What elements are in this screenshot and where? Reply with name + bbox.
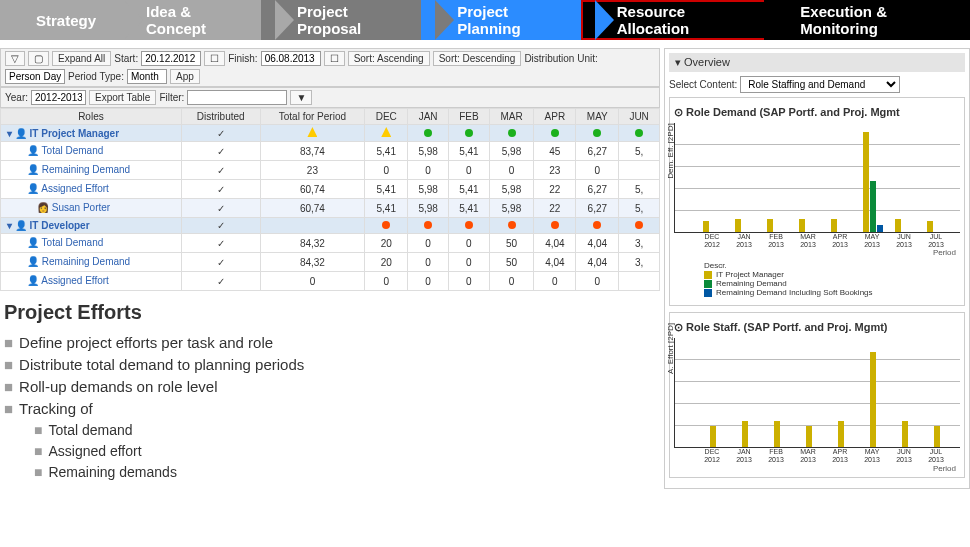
- table-row[interactable]: 👤 Remaining Demand84,322000504,044,043,: [1, 253, 660, 272]
- period-type-input[interactable]: [127, 69, 167, 84]
- overview-header[interactable]: ▾ Overview: [669, 53, 965, 72]
- filter-icon[interactable]: ▼: [290, 90, 312, 105]
- table-row[interactable]: 👩 Susan Porter60,745,415,985,415,98226,2…: [1, 199, 660, 218]
- table-row[interactable]: ▾ 👤 IT Project Manager: [1, 125, 660, 142]
- calendar-icon[interactable]: ☐: [324, 51, 345, 66]
- process-breadcrumb: StrategyIdea & ConceptProject ProposalPr…: [0, 0, 970, 40]
- column-header: Roles: [1, 109, 182, 125]
- toolbar-row-2: Year: Export Table Filter: ▼: [0, 87, 660, 108]
- column-header: APR: [534, 109, 576, 125]
- bullet-sub-item: Total demand: [4, 422, 656, 438]
- start-label: Start:: [114, 53, 138, 64]
- period-type-label: Period Type:: [68, 71, 124, 82]
- column-header: Total for Period: [260, 109, 365, 125]
- breadcrumb-step[interactable]: Strategy: [0, 0, 124, 40]
- year-label: Year:: [5, 92, 28, 103]
- column-header: FEB: [449, 109, 490, 125]
- select-content-label: Select Content:: [669, 79, 737, 90]
- bullet-item: Roll-up demands on role level: [4, 378, 656, 395]
- filter-label: Filter:: [159, 92, 184, 103]
- column-header: MAR: [489, 109, 533, 125]
- column-header: JAN: [408, 109, 449, 125]
- column-header: DEC: [365, 109, 408, 125]
- select-content-dropdown[interactable]: Role Staffing and Demand: [740, 76, 900, 93]
- toolbar-row-1: ▽ ▢ Expand All Start: ☐ Finish: ☐ Sort: …: [0, 48, 660, 87]
- dist-unit-input[interactable]: [5, 69, 65, 84]
- export-button[interactable]: Export Table: [89, 90, 156, 105]
- expand-all-button[interactable]: Expand All: [52, 51, 111, 66]
- collapse-icon[interactable]: ▽: [5, 51, 25, 66]
- chart-panel: ⊙ Role Demand (SAP Portf. and Proj. Mgmt…: [669, 97, 965, 306]
- table-row[interactable]: 👤 Assigned Effort0000000: [1, 272, 660, 291]
- dist-unit-label: Distribution Unit:: [524, 53, 597, 64]
- column-header: MAY: [576, 109, 619, 125]
- text-content: Project Efforts Define project efforts p…: [0, 291, 660, 480]
- finish-label: Finish:: [228, 53, 257, 64]
- year-input[interactable]: [31, 90, 86, 105]
- bullet-sub-item: Assigned effort: [4, 443, 656, 459]
- finish-input[interactable]: [261, 51, 321, 66]
- apply-button[interactable]: App: [170, 69, 200, 84]
- filter-input[interactable]: [187, 90, 287, 105]
- bullet-item: Distribute total demand to planning peri…: [4, 356, 656, 373]
- bullet-sub-item: Remaining demands: [4, 464, 656, 480]
- content-heading: Project Efforts: [4, 301, 656, 324]
- table-row[interactable]: 👤 Total Demand83,745,415,985,415,98456,2…: [1, 142, 660, 161]
- table-row[interactable]: ▾ 👤 IT Developer: [1, 218, 660, 234]
- sort-desc-button[interactable]: Sort: Descending: [433, 51, 522, 66]
- chart-panel: ⊙ Role Staff. (SAP Portf. and Proj. Mgmt…: [669, 312, 965, 477]
- bullet-item: Define project efforts per task and role: [4, 334, 656, 351]
- bullet-item: Tracking of: [4, 400, 656, 417]
- expand-icon[interactable]: ▢: [28, 51, 49, 66]
- table-row[interactable]: 👤 Remaining Demand230000230: [1, 161, 660, 180]
- table-row[interactable]: 👤 Assigned Effort60,745,415,985,415,9822…: [1, 180, 660, 199]
- column-header: Distributed: [181, 109, 260, 125]
- column-header: JUN: [619, 109, 660, 125]
- sort-asc-button[interactable]: Sort: Ascending: [348, 51, 430, 66]
- efforts-table: RolesDistributedTotal for PeriodDECJANFE…: [0, 108, 660, 291]
- start-input[interactable]: [141, 51, 201, 66]
- calendar-icon[interactable]: ☐: [204, 51, 225, 66]
- table-row[interactable]: 👤 Total Demand84,322000504,044,043,: [1, 234, 660, 253]
